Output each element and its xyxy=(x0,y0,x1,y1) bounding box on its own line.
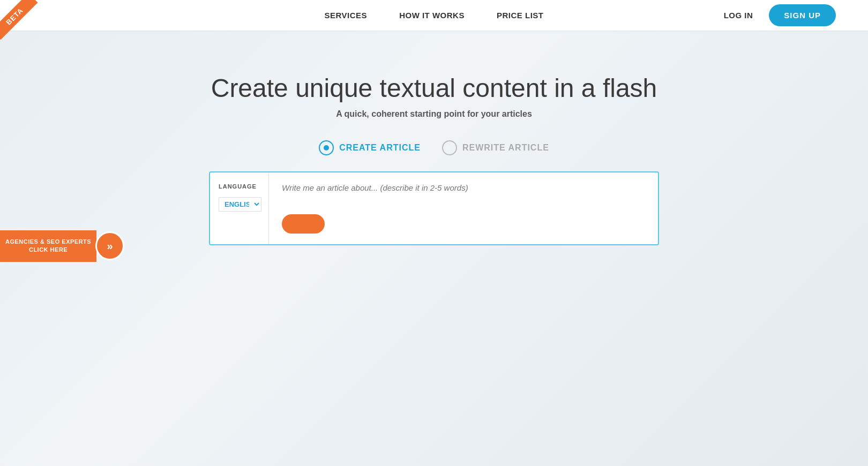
create-article-option[interactable]: CREATE ARTICLE xyxy=(319,140,421,155)
nav-right: LOG IN SIGN UP xyxy=(724,4,836,26)
rewrite-article-option[interactable]: REWRITE ARTICLE xyxy=(442,140,549,155)
login-link[interactable]: LOG IN xyxy=(724,11,753,20)
signup-button[interactable]: SIGN UP xyxy=(769,4,836,26)
services-link[interactable]: SERVICES xyxy=(325,11,368,20)
beta-label: BETA xyxy=(0,0,38,40)
language-panel: LANGUAGE ENGLISH FRENCH GERMAN SPANISH xyxy=(210,172,269,244)
side-panel-line2: CLICK HERE xyxy=(29,246,68,253)
hero-subtitle: A quick, coherent starting point for you… xyxy=(336,109,532,119)
side-panel-line1: AGENCIES & SEO EXPERTS xyxy=(5,238,91,245)
rewrite-article-label: REWRITE ARTICLE xyxy=(462,143,549,153)
language-label: LANGUAGE xyxy=(219,183,260,190)
input-panel xyxy=(269,172,658,244)
nav-center: SERVICES HOW IT WORKS PRICE LIST xyxy=(325,11,544,20)
form-container: LANGUAGE ENGLISH FRENCH GERMAN SPANISH xyxy=(209,171,659,245)
side-panel-button[interactable]: » xyxy=(95,231,124,260)
language-select[interactable]: ENGLISH FRENCH GERMAN SPANISH xyxy=(219,197,261,212)
radio-group: CREATE ARTICLE REWRITE ARTICLE xyxy=(319,140,549,155)
hero-title: Create unique textual content in a flash xyxy=(211,73,657,103)
article-input[interactable] xyxy=(282,183,645,205)
chevron-right-icon: » xyxy=(107,240,113,252)
create-article-radio-circle[interactable] xyxy=(319,140,334,155)
navbar: SERVICES HOW IT WORKS PRICE LIST LOG IN … xyxy=(0,0,868,31)
side-panel-label: AGENCIES & SEO EXPERTS CLICK HERE xyxy=(0,230,96,262)
rewrite-article-radio-circle[interactable] xyxy=(442,140,457,155)
generate-button[interactable] xyxy=(282,214,325,234)
side-panel[interactable]: AGENCIES & SEO EXPERTS CLICK HERE » xyxy=(0,230,124,262)
hero-section: Create unique textual content in a flash… xyxy=(0,31,868,245)
price-list-link[interactable]: PRICE LIST xyxy=(497,11,544,20)
create-article-radio-inner xyxy=(324,145,329,151)
create-article-label: CREATE ARTICLE xyxy=(339,143,421,153)
how-it-works-link[interactable]: HOW IT WORKS xyxy=(399,11,465,20)
beta-ribbon: BETA xyxy=(0,0,43,43)
